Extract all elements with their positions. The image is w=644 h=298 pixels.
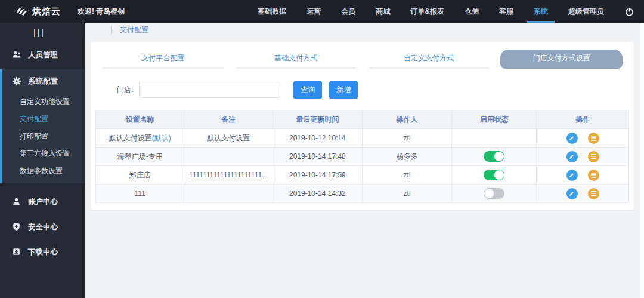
table-row: 默认支付设置(默认) 默认支付设置 2019-10-12 10:14 ztl [96,129,629,148]
add-button[interactable]: 新增 [329,81,358,99]
table-row: 111 2019-10-14 14:32 ztl [96,185,629,203]
enable-toggle[interactable] [484,170,504,180]
detail-icon[interactable] [588,133,599,144]
default-tag: (默认) [152,134,171,142]
cell-last-updated: 2019-10-14 14:32 [273,185,362,203]
shield-icon [12,222,21,232]
account-icon [12,197,21,207]
search-button[interactable]: 查询 [293,81,322,99]
app-window: 烘焙云 欢迎! 青岛橙创 基础数据 运营 会员 商城 订单&报表 仓储 客服 系… [0,0,644,298]
edit-icon[interactable] [566,170,578,181]
nav-item-system[interactable]: 系统 [524,0,558,23]
tab-bar: 支付平台配置 基础支付方式 自定义支付方式 门店支付方式设置 [97,50,628,69]
detail-icon[interactable] [588,188,599,199]
sidebar-item-label: 安全中心 [28,222,58,232]
col-header-enabled-status: 启用状态 [452,110,537,129]
cell-setting-name: 111 [96,185,184,203]
col-header-remark: 备注 [184,110,273,129]
cell-remark [184,148,273,166]
nav-item-warehouse[interactable]: 仓储 [454,0,489,23]
tab-store-payment-method-settings[interactable]: 门店支付方式设置 [500,50,623,69]
cell-enabled-status [452,129,537,148]
store-input[interactable] [139,82,280,98]
nav-item-service[interactable]: 客服 [489,0,524,23]
scrollbar-gutter[interactable] [640,23,644,298]
content-area: 支付平台配置 基础支付方式 自定义支付方式 门店支付方式设置 门店: 查询 新增 [85,38,644,210]
sidebar-item-third-party-access[interactable]: 第三方接入设置 [2,145,85,162]
top-bar: 烘焙云 欢迎! 青岛橙创 基础数据 运营 会员 商城 订单&报表 仓储 客服 系… [0,0,644,23]
cell-actions [537,148,629,166]
welcome-text: 欢迎! 青岛橙创 [78,7,125,17]
sidebar-item-security-center[interactable]: 安全中心 [0,214,85,239]
nav-item-super-admin[interactable]: 超级管理员 [558,0,614,23]
table-row: 海琴广场-专用 2019-10-14 17:48 杨多多 [96,148,629,166]
sidebar-item-data-parameter-settings[interactable]: 数据参数设置 [2,162,85,180]
sidebar-item-payment-config[interactable]: 支付配置 [2,110,85,128]
brand-logo: 烘焙云 [0,5,69,18]
nav-item-members[interactable]: 会员 [331,0,366,23]
payment-config-panel: 支付平台配置 基础支付方式 自定义支付方式 门店支付方式设置 门店: 查询 新增 [91,42,634,210]
enable-toggle[interactable] [484,151,504,162]
cell-setting-name: 默认支付设置(默认) [96,129,184,148]
main-area: 支付配置 支付平台配置 基础支付方式 自定义支付方式 门店支付方式设置 门店: … [85,23,644,298]
sidebar-item-account-center[interactable]: 账户中心 [0,189,85,214]
toggle-knob [494,152,504,161]
logout-button[interactable] [614,7,644,17]
cell-actions [537,129,629,148]
detail-lines [591,191,596,196]
edit-icon[interactable] [566,188,578,199]
sidebar-item-label: 系统配置 [28,76,58,87]
breadcrumb: 支付配置 [85,23,644,38]
filter-row: 门店: 查询 新增 [117,81,629,99]
cell-operator: ztl [362,185,451,203]
cell-operator: 杨多多 [362,148,451,166]
download-icon [12,247,21,257]
sidebar-item-system-config[interactable]: 系统配置 [2,69,85,93]
sidebar-item-label: 人员管理 [28,50,58,60]
detail-lines [591,154,596,159]
toggle-knob [494,170,504,180]
sidebar-item-label: 账户中心 [28,197,58,207]
setting-name-text: 111 [135,189,145,198]
edit-icon[interactable] [566,151,578,162]
setting-name-text: 默认支付设置 [109,134,152,142]
users-icon [12,50,21,60]
sidebar-item-label: 下载中心 [28,247,58,257]
cell-operator: ztl [362,166,451,185]
sidebar-item-print-config[interactable]: 打印配置 [2,128,85,145]
cell-enabled-status [452,166,537,185]
sidebar: ||| 人员管理 [0,23,85,298]
col-header-operator: 操作人 [362,110,451,129]
cell-remark: 111111111111111111111... [184,166,273,185]
power-icon [624,7,634,17]
cell-operator: ztl [362,129,451,148]
enable-toggle[interactable] [484,188,504,199]
toggle-knob [484,189,494,198]
sidebar-collapse-icon[interactable]: ||| [0,23,85,43]
breadcrumb-divider [111,26,112,34]
cell-last-updated: 2019-10-14 17:48 [273,148,362,166]
nav-item-basic-data[interactable]: 基础数据 [247,0,296,23]
cell-setting-name: 郑庄店 [96,166,184,185]
cell-remark [184,185,273,203]
sidebar-item-custom-function-settings[interactable]: 自定义功能设置 [2,93,85,110]
nav-item-orders-reports[interactable]: 订单&报表 [400,0,454,23]
detail-icon[interactable] [588,170,599,181]
tab-payment-platform-config[interactable]: 支付平台配置 [102,50,224,69]
cell-last-updated: 2019-10-12 10:14 [273,129,362,148]
sidebar-item-personnel[interactable]: 人员管理 [0,43,85,67]
tab-basic-payment-methods[interactable]: 基础支付方式 [235,50,357,69]
tab-custom-payment-methods[interactable]: 自定义支付方式 [368,50,490,69]
store-payment-table: 设置名称 备注 最后更新时间 操作人 启用状态 操作 默认支付设置(默认) 默认… [95,110,629,203]
nav-item-operations[interactable]: 运营 [296,0,331,23]
sidebar-group-system-config: 系统配置 自定义功能设置 支付配置 打印配置 第三方接入设置 数据参数设置 [0,69,85,183]
nav-item-mall[interactable]: 商城 [366,0,400,23]
edit-icon[interactable] [566,133,578,144]
col-header-actions: 操作 [537,110,629,129]
sidebar-item-download-center[interactable]: 下载中心 [0,239,85,265]
detail-icon[interactable] [588,151,599,162]
breadcrumb-payment-config[interactable]: 支付配置 [120,25,148,35]
cell-remark: 默认支付设置 [184,129,273,148]
gear-icon [12,76,21,86]
wings-logo-icon [16,5,29,18]
